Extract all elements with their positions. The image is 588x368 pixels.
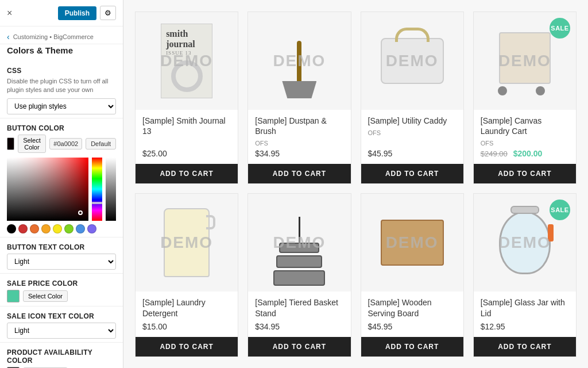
sidebar: × Publish ⚙ ‹ Customizing • BigCommerce … xyxy=(0,0,123,368)
product-info: [Sample] Dustpan & Brush OFS $34.95 xyxy=(248,110,350,164)
product-image-wrap: DEMO xyxy=(361,194,463,292)
sale-price-swatch[interactable] xyxy=(7,290,20,302)
jug-handle xyxy=(206,215,215,229)
css-section-label: CSS xyxy=(7,67,116,75)
swatch-amber[interactable] xyxy=(41,224,51,233)
swatch-yellow[interactable] xyxy=(53,224,62,233)
button-color-select-btn[interactable]: Select Color xyxy=(18,135,47,153)
product-price: $34.95 xyxy=(255,149,343,158)
product-info: [Sample] Smith Journal 13 $25.00 xyxy=(136,110,238,164)
publish-button[interactable]: Publish xyxy=(58,6,96,20)
jar-lid xyxy=(510,206,539,214)
hue-handle xyxy=(92,202,102,204)
lightness-slider[interactable] xyxy=(106,158,116,221)
product-image-caddy xyxy=(381,12,444,110)
basket-tray-1 xyxy=(279,243,319,253)
sale-price-select-btn[interactable]: Select Color xyxy=(23,290,68,302)
product-image-wrap: DEMO xyxy=(361,12,463,110)
product-name: [Sample] Canvas Laundry Cart xyxy=(481,116,569,136)
product-card: DEMO [Sample] Tiered Basket Stand $34.95… xyxy=(247,193,351,356)
sale-icon-text-color-section: Sale Icon Text Color Light Dark xyxy=(0,306,123,343)
product-name: [Sample] Laundry Detergent xyxy=(142,297,231,318)
color-swatches-row xyxy=(7,224,116,233)
color-picker xyxy=(7,158,116,233)
original-price: $249.00 xyxy=(481,150,508,158)
caddy-body xyxy=(381,38,444,84)
product-price: $25.00 xyxy=(142,149,231,158)
product-info: [Sample] Utility Caddy OFS $45.95 xyxy=(361,110,463,164)
swatch-green[interactable] xyxy=(64,224,74,233)
product-name: [Sample] Wooden Serving Board xyxy=(368,297,457,318)
breadcrumb-text: Customizing • BigCommerce xyxy=(13,33,94,40)
product-image-wood-box xyxy=(381,194,444,292)
canvas-wheels xyxy=(498,86,545,95)
swatch-purple[interactable] xyxy=(87,224,96,233)
product-name: [Sample] Tiered Basket Stand xyxy=(255,297,343,318)
back-arrow[interactable]: ‹ xyxy=(7,32,10,41)
brush-handle xyxy=(297,41,301,87)
product-card: smithjournal Issue 13 DEMO [Sample] Smit… xyxy=(135,12,238,184)
product-price: $15.00 xyxy=(142,322,231,331)
swatch-black[interactable] xyxy=(7,224,16,233)
product-name: [Sample] Glass Jar with Lid xyxy=(481,297,569,318)
wood-box xyxy=(381,220,444,266)
add-to-cart-button[interactable]: ADD TO CART xyxy=(248,337,350,356)
hue-slider-container xyxy=(92,158,102,221)
product-price: $45.95 xyxy=(368,149,457,158)
color-gradient[interactable] xyxy=(7,158,88,221)
product-ofs: OFS xyxy=(368,129,457,136)
css-plugin-select[interactable]: Use plugin styles Disable plugin styles xyxy=(7,98,116,114)
add-to-cart-button[interactable]: ADD TO CART xyxy=(474,337,576,356)
css-section: CSS Disable the plugin CSS to turn off a… xyxy=(0,61,123,118)
basket xyxy=(273,217,325,286)
hue-slider[interactable] xyxy=(92,158,102,221)
add-to-cart-button[interactable]: ADD TO CART xyxy=(136,337,238,356)
sale-icon-text-color-select[interactable]: Light Dark xyxy=(7,323,116,339)
product-price: $249.00 $200.00 xyxy=(481,149,569,158)
product-image-basket xyxy=(273,194,325,292)
swatch-blue[interactable] xyxy=(76,224,85,233)
product-ofs: OFS xyxy=(481,140,569,147)
canvas-cart xyxy=(493,26,556,95)
add-to-cart-button[interactable]: ADD TO CART xyxy=(474,164,576,183)
add-to-cart-button[interactable]: ADD TO CART xyxy=(136,164,238,183)
product-availability-color-section: Product Availability Color Select Color xyxy=(0,343,123,368)
basket-tray-3 xyxy=(273,270,325,286)
product-card: DEMO [Sample] Wooden Serving Board $45.9… xyxy=(361,193,464,356)
jar-body xyxy=(499,211,551,274)
product-card: DEMO SALE [Sample] Canvas Laundry Cart O… xyxy=(473,12,577,184)
wheel-right xyxy=(536,86,545,95)
product-card: DEMO [Sample] Laundry Detergent $15.00 A… xyxy=(135,193,238,356)
add-to-cart-button[interactable]: ADD TO CART xyxy=(361,337,463,356)
button-color-section: Button Color Select Color #0a0002 Defaul… xyxy=(0,118,123,237)
sidebar-header: × Publish ⚙ xyxy=(0,0,123,26)
header-actions: Publish ⚙ xyxy=(58,6,116,20)
close-button[interactable]: × xyxy=(7,8,12,18)
button-color-swatch[interactable] xyxy=(7,137,14,150)
page-title: Colors & Theme xyxy=(0,44,123,61)
product-image-wrap: DEMO SALE xyxy=(474,194,576,292)
button-text-color-select[interactable]: Light Dark xyxy=(7,254,116,270)
button-color-default-btn[interactable]: Default xyxy=(86,138,116,150)
swatch-red[interactable] xyxy=(18,224,28,233)
swatch-orange[interactable] xyxy=(30,224,39,233)
main-content: smithjournal Issue 13 DEMO [Sample] Smit… xyxy=(123,0,588,368)
add-to-cart-button[interactable]: ADD TO CART xyxy=(248,164,350,183)
product-image-wrap: smithjournal Issue 13 DEMO xyxy=(136,12,238,110)
product-ofs: OFS xyxy=(255,140,343,147)
add-to-cart-button[interactable]: ADD TO CART xyxy=(361,164,463,183)
product-info: [Sample] Glass Jar with Lid $12.95 xyxy=(474,292,576,336)
basket-pole xyxy=(299,217,300,242)
caddy-handle xyxy=(395,28,430,42)
gear-button[interactable]: ⚙ xyxy=(100,6,116,20)
product-image-wrap: DEMO SALE xyxy=(474,12,576,110)
button-text-color-label: Button Text Color xyxy=(7,243,116,251)
sale-badge: SALE xyxy=(550,18,570,39)
sale-price: $200.00 xyxy=(513,149,543,158)
product-info: [Sample] Laundry Detergent $15.00 xyxy=(136,292,238,336)
css-section-desc: Disable the plugin CSS to turn off all p… xyxy=(7,77,116,95)
product-price: $45.95 xyxy=(368,322,457,331)
journal-subtitle: Issue 13 xyxy=(166,50,191,56)
gear-icon: ⚙ xyxy=(105,9,111,17)
journal-title: smithjournal xyxy=(166,29,195,49)
